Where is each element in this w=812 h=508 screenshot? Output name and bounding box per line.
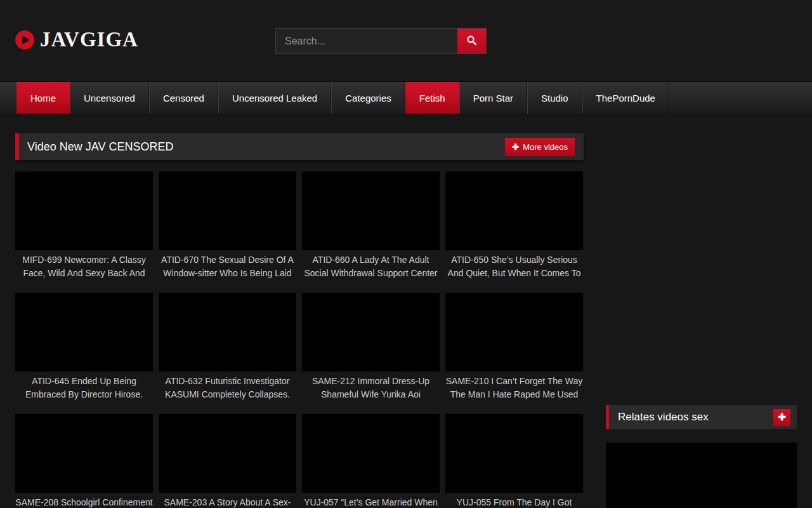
plus-icon: ✚ (512, 143, 519, 151)
nav-item-uncensored-leaked[interactable]: Uncensored Leaked (218, 82, 331, 114)
site-title: JAVGIGA (40, 29, 138, 50)
video-thumbnail[interactable] (445, 293, 583, 371)
video-thumbnail[interactable] (159, 414, 296, 493)
video-thumbnail[interactable] (15, 171, 153, 250)
main-column: Video New JAV CENSORED ✚ More videos MIF… (15, 133, 584, 508)
video-card[interactable]: SAME-212 Immoral Dress-Up Shameful Wife … (302, 293, 440, 401)
video-card[interactable]: ATID-660 A Lady At The Adult Social With… (302, 171, 440, 280)
video-card[interactable]: YUJ-055 From The Day I Got (445, 414, 583, 508)
section-title: Video New JAV CENSORED (27, 140, 173, 154)
video-title: ATID-645 Ended Up Being Embraced By Dire… (15, 375, 153, 401)
video-thumbnail[interactable] (302, 293, 440, 371)
video-card[interactable]: ATID-645 Ended Up Being Embraced By Dire… (15, 293, 153, 401)
video-thumbnail[interactable] (302, 171, 440, 250)
video-card[interactable]: MIFD-699 Newcomer: A Classy Face, Wild A… (15, 171, 153, 280)
video-title: SAME-203 A Story About A Sex- (159, 496, 296, 508)
video-title: ATID-660 A Lady At The Adult Social With… (302, 253, 440, 280)
video-title: ATID-650 She’s Usually Serious And Quiet… (445, 253, 583, 280)
video-title: MIFD-699 Newcomer: A Classy Face, Wild A… (15, 253, 153, 280)
nav-item-fetish[interactable]: Fetish (405, 82, 459, 114)
video-card[interactable]: YUJ-057 “Let’s Get Married When (302, 414, 440, 508)
video-card[interactable]: ATID-650 She’s Usually Serious And Quiet… (445, 171, 583, 280)
nav-item-home[interactable]: Home (16, 82, 70, 114)
video-title: SAME-212 Immoral Dress-Up Shameful Wife … (302, 375, 440, 401)
more-videos-label: More videos (523, 142, 568, 152)
nav-item-studio[interactable]: Studio (527, 82, 582, 114)
section-header-new-jav-censored: Video New JAV CENSORED ✚ More videos (15, 133, 584, 160)
video-thumbnail[interactable] (445, 414, 583, 493)
search-button[interactable] (457, 29, 486, 53)
video-grid: MIFD-699 Newcomer: A Classy Face, Wild A… (15, 171, 584, 508)
search-form (275, 28, 487, 54)
nav-item-theporndude[interactable]: ThePornDude (582, 82, 669, 114)
play-circle-icon (15, 30, 34, 50)
video-card[interactable]: SAME-203 A Story About A Sex- (159, 414, 296, 508)
video-thumbnail[interactable] (302, 414, 440, 493)
video-title: YUJ-057 “Let’s Get Married When (302, 496, 440, 508)
sidebar-expand-button[interactable]: ✚ (773, 409, 790, 426)
video-title: SAME-208 Schoolgirl Confinement (15, 496, 153, 508)
video-thumbnail[interactable] (159, 171, 296, 250)
content-area: Video New JAV CENSORED ✚ More videos MIF… (0, 133, 812, 508)
plus-icon: ✚ (778, 411, 786, 423)
video-thumbnail[interactable] (15, 414, 153, 493)
site-header: JAVGIGA (0, 0, 812, 81)
video-thumbnail[interactable] (445, 171, 583, 250)
nav-item-categories[interactable]: Categories (331, 82, 405, 114)
site-logo[interactable]: JAVGIGA (15, 29, 138, 50)
video-card[interactable]: ATID-670 The Sexual Desire Of A Window-s… (159, 171, 296, 280)
video-card[interactable]: ATID-632 Futuristic Investigator KASUMI … (159, 293, 296, 401)
sidebar-section-title: Relates videos sex (618, 411, 709, 424)
sidebar: Relates videos sex ✚ (606, 133, 797, 508)
video-title: SAME-210 I Can’t Forget The Way The Man … (445, 375, 583, 401)
more-videos-button[interactable]: ✚ More videos (505, 138, 575, 156)
nav-item-censored[interactable]: Censored (149, 82, 218, 114)
video-card[interactable]: SAME-210 I Can’t Forget The Way The Man … (445, 293, 583, 401)
nav-item-porn-star[interactable]: Porn Star (459, 82, 527, 114)
nav-item-uncensored[interactable]: Uncensored (70, 82, 149, 114)
search-input[interactable] (276, 29, 457, 53)
sidebar-section-header: Relates videos sex ✚ (606, 405, 797, 429)
magnifier-icon (466, 35, 477, 48)
video-card[interactable]: SAME-208 Schoolgirl Confinement (15, 414, 153, 508)
video-title: ATID-632 Futuristic Investigator KASUMI … (159, 375, 296, 401)
video-thumbnail[interactable] (159, 293, 296, 371)
video-title: YUJ-055 From The Day I Got (445, 496, 583, 508)
video-thumbnail[interactable] (15, 293, 153, 371)
video-title: ATID-670 The Sexual Desire Of A Window-s… (159, 253, 296, 280)
main-nav: Home Uncensored Censored Uncensored Leak… (0, 81, 812, 114)
related-video-thumbnail[interactable] (606, 443, 797, 508)
